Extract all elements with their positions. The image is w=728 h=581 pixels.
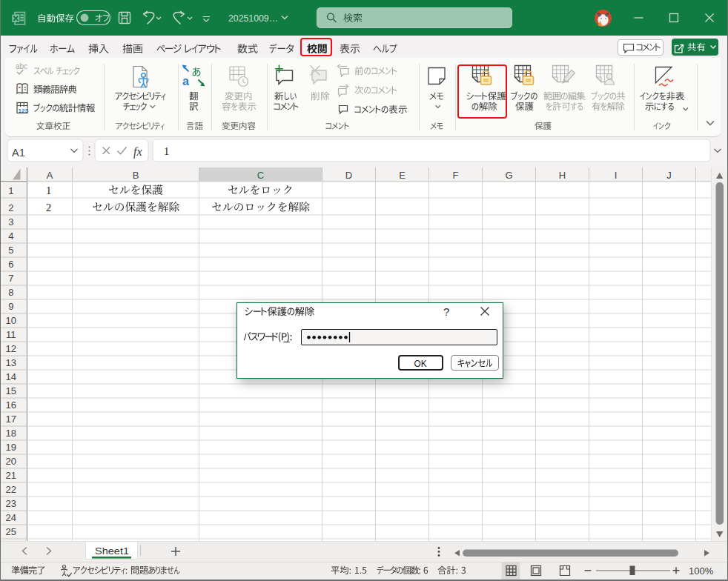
svg-text:Sheet1: Sheet1	[95, 545, 129, 557]
svg-text:100%: 100%	[689, 565, 714, 577]
